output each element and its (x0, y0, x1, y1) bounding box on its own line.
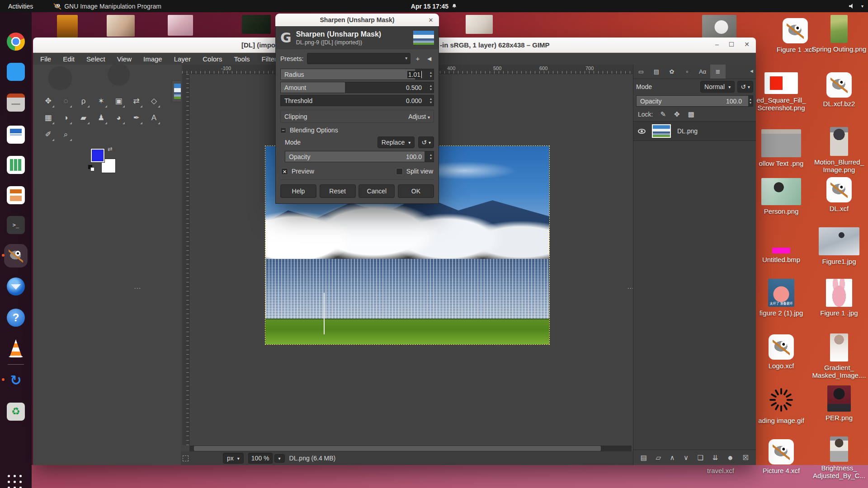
tool-button-free-select-tool[interactable]: ρ (75, 93, 92, 109)
spinner-icons[interactable]: ▴▾ (430, 152, 432, 161)
desktop-icon-untitled-bmp[interactable]: Untitled.bmp (751, 237, 811, 263)
collapse-minus-icon[interactable]: − (280, 127, 286, 133)
dialog-titlebar[interactable]: Sharpen (Unsharp Mask) ✕ (275, 14, 439, 26)
desktop-icon-spring-outing-png[interactable]: Spring Outing.png (809, 15, 868, 53)
unit-select[interactable]: px▾ (223, 453, 244, 464)
dock-item-vscode[interactable] (7, 63, 25, 81)
maximize-icon[interactable]: ☐ (729, 41, 735, 48)
tool-button-smudge-tool[interactable]: ◕ (110, 109, 127, 126)
tool-button-unified-transform-tool[interactable]: ⇄ (127, 93, 145, 109)
menu-item[interactable]: Colors (203, 55, 222, 63)
panel-resize-handle[interactable]: ⋮ (136, 285, 139, 292)
dock-item-terminal[interactable]: >_ (7, 216, 25, 234)
spinner-icons[interactable]: ▴▾ (430, 83, 432, 92)
dock-item-calc[interactable] (7, 156, 25, 174)
close-icon[interactable]: ✕ (744, 41, 750, 48)
tool-button-handle-transform-tool[interactable]: ◇ (145, 93, 163, 109)
slider-radius[interactable]: Radius 1.01 ▴▾ (280, 69, 434, 80)
visibility-eye-icon[interactable] (638, 129, 646, 134)
tool-button-clone-tool[interactable]: ◑ (57, 109, 75, 126)
scrollbar-thumb[interactable] (194, 446, 601, 451)
lock-icon-lock-position-icon[interactable]: ✥ (674, 110, 680, 118)
horizontal-scrollbar[interactable] (189, 446, 632, 451)
dock-item-software-update[interactable]: ↻ (7, 371, 25, 389)
tool-button-ink-tool[interactable]: ✒ (127, 109, 145, 126)
spinner-icons[interactable]: ▴▾ (750, 96, 751, 106)
tool-button-text-tool[interactable]: A (145, 109, 163, 126)
preset-menu-icon[interactable]: ◄ (425, 55, 434, 62)
dialog-button-ok[interactable]: OK (398, 184, 434, 198)
layers-toolbar-icon-duplicate-layer[interactable]: ❏ (697, 454, 703, 462)
tool-button-ellipse-select-tool[interactable]: ◌ (57, 93, 75, 109)
menu-item[interactable]: Image (143, 55, 162, 63)
lock-icon-lock-alpha-icon[interactable]: ▩ (688, 110, 694, 118)
layer-mode-select[interactable]: Normal▾ (700, 81, 735, 93)
desktop-icon-person-png[interactable]: Person.png (751, 178, 811, 215)
close-icon[interactable]: ✕ (426, 15, 435, 24)
tool-button-eraser-tool[interactable]: ▰ (75, 109, 92, 126)
dock-item-thunderbird[interactable] (7, 277, 25, 296)
slider-threshold[interactable]: Threshold 0.000 ▴▾ (280, 95, 434, 106)
dialog-button-reset[interactable]: Reset (320, 184, 356, 198)
menu-item[interactable]: Edit (63, 55, 75, 63)
tool-button-zoom-tool[interactable]: ⌕ (57, 126, 75, 143)
dock-item-help[interactable]: ? (7, 309, 25, 327)
desktop-icon-motion-blurred-image-png[interactable]: Motion_Blurred_Image.png (809, 127, 868, 174)
tool-button-move-tool[interactable]: ✥ (39, 93, 57, 109)
desktop-thumb-portrait-thumb-2[interactable] (168, 15, 193, 36)
spinner-icons[interactable]: ▴▾ (430, 96, 432, 105)
layers-toolbar-icon-new-group[interactable]: ▱ (656, 454, 661, 462)
presets-select[interactable]: ▾ (307, 53, 410, 64)
dock-tab-icon-patterns[interactable]: ▤ (649, 65, 664, 79)
desktop-thumb-cat-thumb[interactable] (702, 15, 736, 40)
desktop-icon-loading-image-gif[interactable]: ading image.gif (751, 385, 811, 424)
menu-item[interactable]: Select (86, 55, 105, 63)
menu-item[interactable]: View (117, 55, 132, 63)
mode-switch-button[interactable]: ↺▾ (737, 81, 753, 93)
tool-button-fuzzy-select-tool[interactable]: ✶ (92, 93, 110, 109)
clock-menu[interactable]: Apr 15 17:45 (411, 3, 457, 10)
dock-tab-icon-tool-options[interactable]: ▭ (633, 65, 649, 79)
dock-item-files[interactable] (7, 94, 25, 112)
layer-opacity-slider[interactable]: Opacity 100.0 ▴▾ (636, 95, 753, 107)
menu-item[interactable]: Tools (234, 55, 250, 63)
layers-toolbar-icon-merge-down[interactable]: ⇊ (712, 454, 718, 462)
desktop-thumb-portrait-thumb-1[interactable] (107, 15, 135, 37)
system-status-menu[interactable]: ▾ (849, 4, 863, 9)
tool-button-gradient-tool[interactable]: ▦ (39, 109, 57, 126)
menu-item[interactable]: Layer (174, 55, 191, 63)
blend-mode-select[interactable]: Replace▾ (377, 136, 415, 148)
tool-button-color-picker-tool[interactable]: ✐ (39, 126, 57, 143)
default-colors-icon[interactable] (88, 165, 94, 171)
desktop-icon-logo-xcf[interactable]: Logo.xcf (751, 334, 811, 370)
clipping-row[interactable]: Clipping Adjust ▾ (280, 110, 434, 123)
desktop-icon-figure-2-1-jpg[interactable]: 太坏了 准备更坏 figure 2 (1).jpg (751, 279, 811, 317)
dialog-button-cancel[interactable]: Cancel (359, 184, 395, 198)
layers-toolbar-icon-add-mask[interactable]: ☻ (726, 454, 734, 461)
desktop-thumb-portrait-thumb-3[interactable] (466, 15, 493, 34)
desktop-icon-gradient-masked-image[interactable]: Gradient_Masked_Image.... (809, 333, 868, 380)
desktop-icon-figure1-jpg[interactable]: Figure1.jpg (809, 227, 868, 265)
dock-item-chrome[interactable] (7, 33, 25, 51)
desktop-icon-brightness-adjusted[interactable]: Brightness_Adjusted_By_C... (809, 436, 868, 480)
slider-amount[interactable]: Amount 0.500 ▴▾ (280, 82, 434, 93)
desktop-thumb-dark-thumb[interactable] (242, 15, 271, 34)
vertical-ruler[interactable] (182, 74, 189, 445)
split-view-checkbox[interactable] (396, 168, 403, 175)
add-preset-icon[interactable]: + (414, 55, 421, 62)
preview-checkbox[interactable]: ✕ (281, 168, 288, 175)
menu-item[interactable]: File (40, 55, 51, 63)
dock-tab-icon-fonts[interactable]: Aα (695, 65, 710, 79)
activities-button[interactable]: Activities (0, 0, 41, 12)
dock-tab-icon-brushes[interactable]: ✿ (664, 65, 679, 79)
layers-toolbar-icon-raise-layer[interactable]: ∧ (670, 454, 675, 462)
active-app-menu[interactable]: GNU Image Manipulation Program (54, 3, 161, 10)
desktop-thumb-autumn-thumb[interactable] (57, 15, 78, 38)
desktop-icon-dl-xcf-bz2[interactable]: DL.xcf.bz2 (809, 72, 868, 108)
minimize-icon[interactable]: – (715, 41, 719, 48)
dock-item-app-grid[interactable] (7, 474, 25, 488)
zoom-select[interactable]: ▾ (274, 454, 285, 463)
panel-resize-handle[interactable]: ⋮ (629, 285, 632, 292)
foreground-color-swatch[interactable] (91, 149, 104, 162)
desktop-icon-dl-xcf[interactable]: DL.xcf (809, 177, 868, 212)
